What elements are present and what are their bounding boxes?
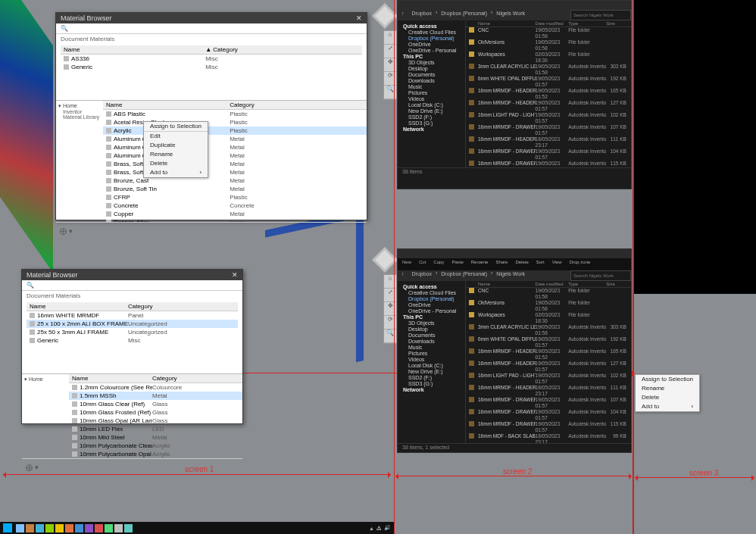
mb2022-lib-headers[interactable]: Name Category [103, 101, 367, 110]
exp1-search[interactable] [570, 10, 631, 20]
ctx-item[interactable]: Assign to Selection [636, 375, 699, 384]
material-row[interactable]: 10mm LED FlexLED [69, 425, 242, 433]
material-row[interactable]: 10mm Glass Clear (Ref)Glass [69, 400, 242, 408]
material-row[interactable]: 10mm Glass Opal (AR Lam)Glass [69, 417, 242, 425]
explorer-tool-item[interactable]: Rename [471, 260, 489, 269]
exp2-col-head[interactable]: NameDate modified TypeSize [466, 281, 631, 288]
nav-item[interactable]: Downloads [401, 338, 462, 344]
taskbar-icon[interactable] [124, 524, 133, 532]
nav-item[interactable]: Network [401, 126, 462, 132]
nav-quickaccess[interactable]: Quick access [401, 283, 462, 289]
material-row[interactable]: ABS PlasticPlastic [103, 110, 367, 118]
start-button[interactable] [3, 523, 12, 532]
ctx-item[interactable]: Delete [636, 393, 699, 402]
explorer-tool-item[interactable]: Delete [515, 260, 528, 269]
material-row[interactable]: 10mm Polycarbonate ClearAcrylic [69, 442, 242, 450]
exp2-search[interactable] [570, 270, 631, 281]
explorer-tool-item[interactable]: Sort [536, 260, 545, 269]
taskbar-icon[interactable] [65, 524, 73, 532]
material-row[interactable]: ConcreteConcrete [103, 201, 367, 210]
taskbar-icon[interactable] [45, 524, 54, 532]
material-row[interactable]: 25 x 100 x 2mm ALI BOX FRAMEUncategorize… [27, 320, 238, 328]
material-row[interactable]: 16mm WHITE MRMDFPanel [27, 311, 238, 320]
nav-item[interactable]: Music [401, 83, 462, 89]
taskbar-icon[interactable] [75, 524, 83, 532]
nav-item[interactable]: Desktop [401, 326, 462, 332]
file-row[interactable]: OldVersions19/05/2023 01:58File folder [466, 300, 631, 312]
ctx-item[interactable]: Delete [144, 159, 208, 168]
file-row[interactable]: 16mm MDF - BACK SLAB END CAP.ipt18/05/20… [466, 433, 631, 443]
nav-item[interactable]: 3D Objects [401, 320, 462, 326]
viewport-navbar-2[interactable]: ⌂⤢✥⟳🔍 [383, 274, 397, 344]
nav-item[interactable]: Local Disk (C:) [401, 362, 462, 368]
nav-item[interactable]: Music [401, 344, 462, 350]
file-row[interactable]: 16mm MRMDF - HEADER DIFFUSER.ipt19/05/20… [466, 348, 631, 361]
mb2024-doc-headers[interactable]: Name Category [27, 302, 238, 311]
taskbar-icon[interactable] [36, 524, 44, 532]
file-row[interactable]: 16mm MRMDF - HEADER.ipt19/05/2023 01:57A… [466, 100, 631, 112]
taskbar-icon[interactable] [85, 524, 93, 532]
nav-item[interactable]: OneDrive - Personal [401, 308, 462, 314]
ctx-item[interactable]: Add to [636, 402, 699, 411]
file-row[interactable]: 16mm MRMDF - DRAWER PANEL C.ipt19/05/202… [466, 421, 631, 433]
file-row[interactable]: 16mm LIGHT PAD - LIGHTBOX.ipt19/05/2023 … [466, 112, 631, 124]
mb2022-footer[interactable]: ⨁ ▾ [56, 222, 367, 231]
nav-item[interactable]: OneDrive [401, 301, 462, 308]
explorer-tool-item[interactable]: View [552, 260, 562, 269]
taskbar[interactable]: ▲🖧🔊 [0, 522, 394, 534]
nav-item[interactable]: This PC [401, 314, 462, 320]
close-icon[interactable]: ✕ [356, 14, 362, 22]
file-row[interactable]: 16mm MRMDF - DRAWER PANEL B.ipt19/05/202… [466, 148, 631, 161]
material-row[interactable]: GenericMisc [27, 336, 238, 345]
mb2022-titlebar[interactable]: Material Browser ✕ [56, 13, 367, 23]
exp2-title[interactable] [398, 249, 631, 258]
nav-item[interactable]: Documents [401, 71, 462, 77]
nav-item[interactable]: Desktop [401, 65, 462, 71]
material-row[interactable]: CFRPPlastic [103, 193, 367, 201]
exp2-breadcrumb[interactable]: ↑ Dropbox› Dropbox (Personal)› Nigels Wo… [398, 270, 631, 281]
nav-item[interactable]: Dropbox (Personal) [401, 295, 462, 301]
file-row[interactable]: 16mm MRMDF - HEADER DIFFUSER.ipt19/05/20… [466, 88, 631, 100]
material-row[interactable]: Bronze, Soft TinMetal [103, 185, 367, 193]
exp1-title[interactable] [398, 1, 631, 10]
ctx-item[interactable]: Edit [144, 132, 208, 141]
material-row[interactable]: 10mm Polycarbonate OpalAcrylic [69, 450, 242, 458]
nav-item[interactable]: Downloads [401, 77, 462, 83]
file-row[interactable]: 16mm LIGHT PAD - LIGHTBOX.ipt19/05/2023 … [466, 373, 631, 385]
file-row[interactable]: 3mm CLEAR ACRYLIC LENS.ipt19/05/2023 01:… [466, 324, 631, 336]
material-row[interactable]: Copper, AlloyMetal [103, 218, 367, 222]
file-row[interactable]: OldVersions19/05/2023 01:58File folder [466, 39, 631, 52]
explorer-tool-item[interactable]: Drop zone [570, 260, 591, 269]
viewport-navbar-1[interactable]: ⌂⤢✥⟳🔍 [383, 30, 397, 100]
mb2024-tree[interactable]: ▾ Home [22, 374, 69, 458]
exp1-nav[interactable]: Quick accessCreative Cloud FilesDropbox … [398, 20, 466, 167]
material-row[interactable]: GenericMisc [61, 63, 362, 71]
nav-item[interactable]: Videos [401, 356, 462, 362]
nav-item[interactable]: Pictures [401, 350, 462, 356]
file-row[interactable]: CNC19/05/2023 01:58File folder [466, 27, 631, 39]
taskbar-icon[interactable] [16, 524, 24, 532]
explorer-tool-item[interactable]: New [402, 260, 411, 269]
nav-quickaccess[interactable]: Quick access [401, 23, 462, 29]
file-row[interactable]: 16mm MRMDF - DRAWER PANEL A.ipt19/05/202… [466, 124, 631, 136]
explorer-tool-item[interactable]: Copy [433, 260, 444, 269]
file-row[interactable]: 6mm WHITE OPAL DIFFUSER.ipt19/05/2023 01… [466, 336, 631, 348]
mb2022-doc-headers[interactable]: Name ▲ Category [61, 45, 362, 55]
taskbar-icon[interactable] [55, 524, 64, 532]
ctx-item[interactable]: Rename [144, 150, 208, 159]
mb2024-titlebar[interactable]: Material Browser ✕ [22, 270, 242, 280]
material-row[interactable]: CopperMetal [103, 210, 367, 218]
nav-item[interactable]: SSD3 (G:) [401, 120, 462, 126]
ctx-item[interactable]: Rename [636, 384, 699, 393]
material-row[interactable]: 1.2mm Colourcore (See Ref)Colourcore [69, 383, 242, 392]
nav-item[interactable]: Documents [401, 332, 462, 338]
exp2-toolbar[interactable]: NewCutCopyPasteRenameShareDeleteSortView… [398, 258, 631, 270]
file-row[interactable]: Workspaces02/03/2023 18:36File folder [466, 52, 631, 64]
nav-item[interactable]: OneDrive [401, 41, 462, 47]
file-row[interactable]: Workspaces02/03/2023 18:36File folder [466, 312, 631, 324]
close-icon[interactable]: ✕ [232, 271, 238, 279]
nav-item[interactable]: Videos [401, 95, 462, 101]
exp1-breadcrumb[interactable]: ↑ Dropbox› Dropbox (Personal)› Nigels Wo… [398, 10, 631, 20]
nav-item[interactable]: New Drive (E:) [401, 368, 462, 374]
nav-item[interactable]: Creative Cloud Files [401, 289, 462, 295]
